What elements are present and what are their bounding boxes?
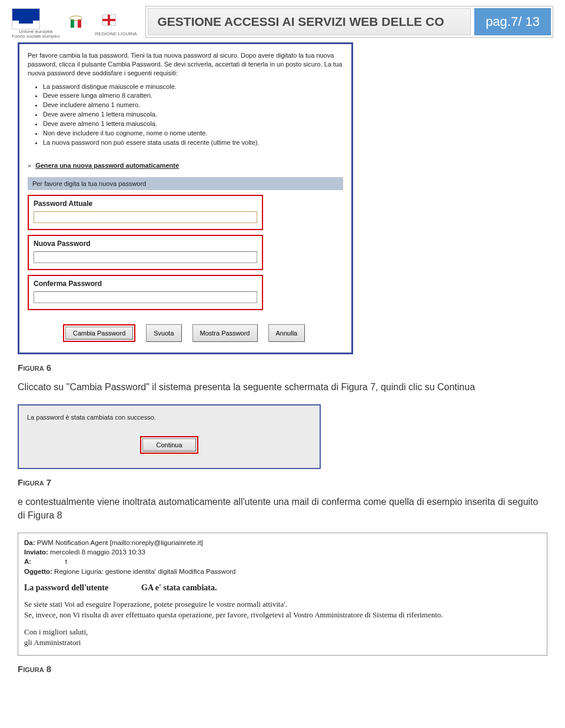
requirement-item: Deve includere almeno 1 numero. — [43, 101, 343, 110]
clear-button[interactable]: Svuota — [146, 324, 181, 342]
current-password-input[interactable] — [34, 211, 257, 223]
cancel-button[interactable]: Annulla — [268, 324, 305, 342]
logo-liguria: REGIONE LIGURIA — [95, 11, 137, 36]
prompt-bar: Per favore digita la tua nuova password — [28, 177, 343, 190]
new-password-label: Nuova Password — [34, 240, 257, 248]
email-subject: Oggetto: Regione Liguria: gestione ident… — [24, 567, 541, 576]
generate-password-label: Genera una nuova password automaticament… — [35, 162, 179, 169]
figure-6-caption: Figura 6 — [18, 363, 547, 373]
confirm-password-input[interactable] — [34, 291, 257, 303]
requirement-item: Deve avere almeno 1 lettera maiuscola. — [43, 119, 343, 129]
email-to: A: t — [24, 557, 541, 566]
new-password-input[interactable] — [34, 251, 257, 263]
title-bar: GESTIONE ACCESSI AI SERVIZI WEB DELLE CO… — [145, 6, 553, 38]
requirement-item: Non deve includere il tuo cognome, nome … — [43, 129, 343, 138]
requirement-item: La nuova password non può essere stata u… — [43, 138, 343, 148]
body-text-2: e contestualmente viene inoltrata automa… — [18, 496, 547, 522]
arrow-icon: » — [28, 162, 31, 169]
email-changed-line: La password dell'utente GA e' stata camb… — [24, 582, 541, 594]
confirm-password-group: Conferma Password — [28, 275, 263, 310]
logo-row: Unione europeaFondo sociale europeo REGI… — [12, 6, 137, 39]
change-password-highlight: Cambia Password — [63, 324, 135, 342]
figure-8-caption: Figura 8 — [18, 664, 547, 674]
email-para-2: Se, invece, non Vi risulta di aver effet… — [24, 610, 541, 620]
change-password-button[interactable]: Cambia Password — [65, 327, 133, 340]
email-from: Da: PWM Notification Agent [mailto:norep… — [24, 538, 541, 547]
document-title: GESTIONE ACCESSI AI SERVIZI WEB DELLE CO — [148, 8, 471, 35]
current-password-label: Password Attuale — [34, 200, 257, 208]
success-message: La password è stata cambiata con success… — [27, 414, 311, 421]
logo-eu: Unione europeaFondo sociale europeo — [12, 8, 59, 39]
email-sent: Inviato: mercoledì 8 maggio 2013 10:33 — [24, 547, 541, 557]
svg-rect-6 — [102, 19, 115, 21]
new-password-group: Nuova Password — [28, 235, 263, 270]
page-number: pag.7/ 13 — [474, 8, 551, 35]
continue-highlight: Continua — [140, 436, 198, 454]
logo-italy — [63, 13, 91, 34]
requirement-item: La password distingue maiuscole e minusc… — [43, 82, 343, 92]
show-password-button[interactable]: Mostra Password — [192, 324, 258, 342]
generate-password-link[interactable]: » Genera una nuova password automaticame… — [28, 162, 343, 169]
email-para-1: Se siete stati Voi ad eseguire l'operazi… — [24, 599, 541, 610]
page-header: Unione europeaFondo sociale europeo REGI… — [0, 0, 565, 39]
current-password-group: Password Attuale — [28, 195, 263, 230]
figure-8-email: Da: PWM Notification Agent [mailto:norep… — [18, 533, 547, 656]
email-sign-1: Con i migliori saluti, — [24, 627, 541, 637]
button-row: Cambia Password Svuota Mostra Password A… — [28, 324, 343, 342]
figure-7-panel: La password è stata cambiata con success… — [18, 404, 321, 469]
body-text-1: Cliccato su "Cambia Password" il sistema… — [18, 381, 547, 394]
requirement-item: Deve avere almeno 1 lettera minuscola. — [43, 110, 343, 119]
figure-6-panel: Per favore cambia la tua password. Tieni… — [18, 42, 353, 354]
confirm-password-label: Conferma Password — [34, 280, 257, 288]
continue-button[interactable]: Continua — [142, 438, 195, 451]
email-sign-2: gli Amministratori — [24, 637, 541, 648]
requirement-item: Deve essere lunga almeno 8 caratteri. — [43, 91, 343, 101]
intro-text: Per favore cambia la tua password. Tieni… — [28, 51, 343, 78]
requirements-list: La password distingue maiuscole e minusc… — [43, 82, 343, 148]
figure-7-caption: Figura 7 — [18, 477, 547, 487]
